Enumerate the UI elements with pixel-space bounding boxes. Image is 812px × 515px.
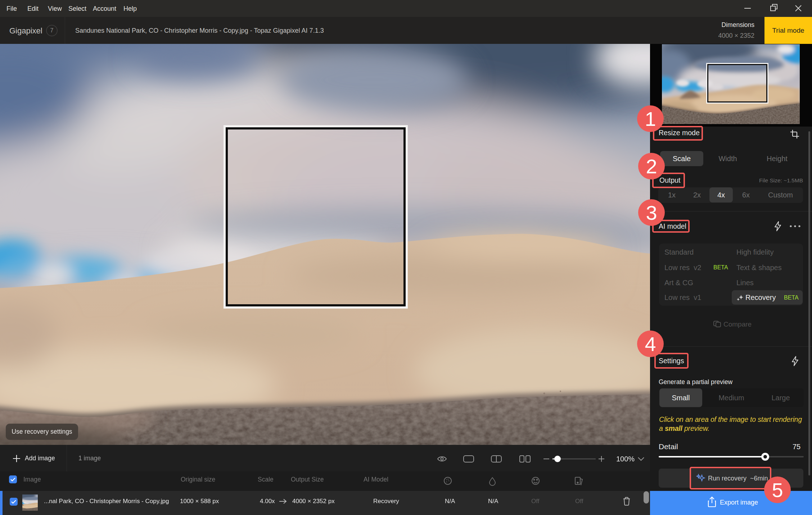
svg-text:100%: 100% [616, 455, 635, 463]
